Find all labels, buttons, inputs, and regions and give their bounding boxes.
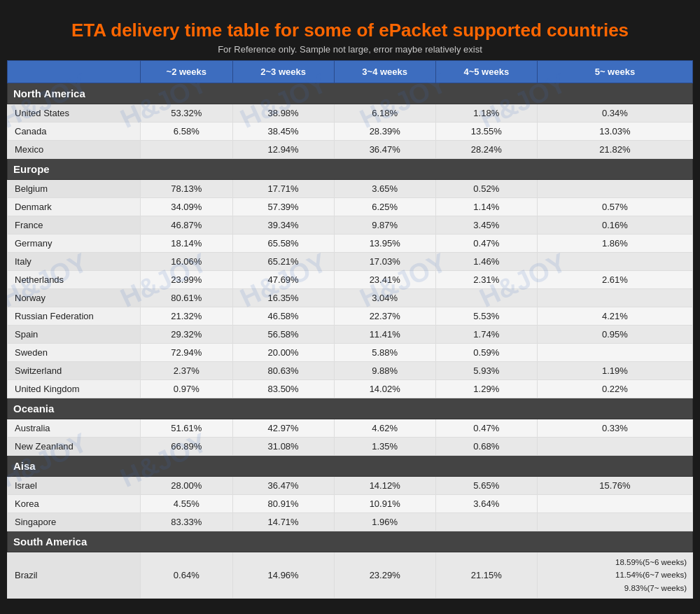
data-cell: 15.76%: [537, 477, 692, 495]
country-cell: Netherlands: [8, 271, 141, 289]
country-cell: Brazil: [8, 552, 141, 599]
data-cell: 65.58%: [232, 235, 334, 253]
table-row: Brazil0.64%14.96%23.29%21.15%18.59%(5~6 …: [8, 552, 693, 599]
data-cell: [435, 289, 537, 307]
data-cell: [141, 141, 233, 159]
data-cell: 80.61%: [141, 289, 233, 307]
data-cell: 0.64%: [141, 552, 233, 599]
data-cell: 3.45%: [435, 216, 537, 235]
country-cell: France: [8, 216, 141, 235]
data-cell: 0.68%: [435, 438, 537, 456]
data-table: ~2 weeks 2~3 weeks 3~4 weeks 4~5 weeks 5…: [7, 60, 693, 599]
data-cell: 38.98%: [232, 104, 334, 123]
data-cell: [537, 513, 692, 531]
data-cell: 31.08%: [232, 438, 334, 456]
data-cell: 21.15%: [435, 552, 537, 599]
data-cell: 6.18%: [334, 104, 435, 123]
data-cell: 46.58%: [232, 307, 334, 326]
data-cell: [537, 180, 692, 198]
subtitle: For Reference only. Sample not large, er…: [14, 44, 686, 55]
table-row: Switzerland2.37%80.63%9.88%5.93%1.19%: [8, 362, 693, 380]
data-cell: [537, 495, 692, 513]
table-row: Korea4.55%80.91%10.91%3.64%: [8, 495, 693, 513]
data-cell: 1.86%: [537, 235, 692, 253]
data-cell: 13.03%: [537, 123, 692, 141]
table-row: Sweden72.94%20.00%5.88%0.59%: [8, 344, 693, 362]
data-cell: 16.35%: [232, 289, 334, 307]
country-cell: Spain: [8, 326, 141, 344]
data-cell: [537, 438, 692, 456]
data-cell: [537, 344, 692, 362]
data-cell: 53.32%: [141, 104, 233, 123]
table-row: Belgium78.13%17.71%3.65%0.52%: [8, 180, 693, 198]
data-cell: 1.19%: [537, 362, 692, 380]
data-cell: 5.88%: [334, 344, 435, 362]
country-cell: United Kingdom: [8, 380, 141, 398]
data-cell: 23.41%: [334, 271, 435, 289]
data-cell: 36.47%: [334, 141, 435, 159]
table-row: Canada6.58%38.45%28.39%13.55%13.03%: [8, 123, 693, 141]
country-cell: Russian Federation: [8, 307, 141, 326]
table-row: Spain29.32%56.58%11.41%1.74%0.95%: [8, 326, 693, 344]
section-row: Europe: [8, 159, 693, 180]
section-row: Oceania: [8, 398, 693, 419]
header-5weeks: 5~ weeks: [537, 61, 692, 83]
data-cell: 9.88%: [334, 362, 435, 380]
data-cell: 0.47%: [435, 419, 537, 438]
data-cell: 17.03%: [334, 253, 435, 271]
title-after: supported countries: [447, 20, 629, 41]
data-cell: 83.33%: [141, 513, 233, 531]
data-cell: 12.94%: [232, 141, 334, 159]
data-cell: 13.55%: [435, 123, 537, 141]
table-row: Mexico12.94%36.47%28.24%21.82%: [8, 141, 693, 159]
data-cell: 0.47%: [435, 235, 537, 253]
data-cell: 0.59%: [435, 344, 537, 362]
section-row: South America: [8, 531, 693, 552]
data-cell: 0.33%: [537, 419, 692, 438]
data-cell: 21.82%: [537, 141, 692, 159]
data-cell: 0.22%: [537, 380, 692, 398]
data-cell: 0.57%: [537, 198, 692, 216]
country-cell: Denmark: [8, 198, 141, 216]
country-cell: Italy: [8, 253, 141, 271]
data-cell: 42.97%: [232, 419, 334, 438]
table-row: Australia51.61%42.97%4.62%0.47%0.33%: [8, 419, 693, 438]
data-cell: 72.94%: [141, 344, 233, 362]
data-cell: 80.63%: [232, 362, 334, 380]
data-cell: 57.39%: [232, 198, 334, 216]
data-cell: 65.21%: [232, 253, 334, 271]
data-cell: 51.61%: [141, 419, 233, 438]
data-cell: 11.41%: [334, 326, 435, 344]
country-cell: Norway: [8, 289, 141, 307]
data-cell: 2.31%: [435, 271, 537, 289]
data-cell: 1.35%: [334, 438, 435, 456]
header-34weeks: 3~4 weeks: [334, 61, 435, 83]
data-cell: 18.59%(5~6 weeks)11.54%(6~7 weeks)9.83%(…: [537, 552, 692, 599]
header-country: [8, 61, 141, 83]
data-cell: 36.47%: [232, 477, 334, 495]
country-cell: Korea: [8, 495, 141, 513]
country-cell: Singapore: [8, 513, 141, 531]
data-cell: 28.00%: [141, 477, 233, 495]
section-row: North America: [8, 83, 693, 104]
title-before: ETA delivery time table for some of: [71, 20, 379, 41]
data-cell: 28.39%: [334, 123, 435, 141]
data-cell: 80.91%: [232, 495, 334, 513]
data-cell: 56.58%: [232, 326, 334, 344]
data-cell: 4.55%: [141, 495, 233, 513]
country-cell: Germany: [8, 235, 141, 253]
data-cell: 3.64%: [435, 495, 537, 513]
data-cell: 0.95%: [537, 326, 692, 344]
data-cell: 16.06%: [141, 253, 233, 271]
data-cell: 4.21%: [537, 307, 692, 326]
table-row: Singapore83.33%14.71%1.96%: [8, 513, 693, 531]
data-cell: 5.65%: [435, 477, 537, 495]
country-cell: Sweden: [8, 344, 141, 362]
data-cell: 5.53%: [435, 307, 537, 326]
data-cell: 3.65%: [334, 180, 435, 198]
main-container: ETA delivery time table for some of ePac…: [7, 7, 693, 599]
data-cell: 0.34%: [537, 104, 692, 123]
data-cell: 17.71%: [232, 180, 334, 198]
country-cell: New Zeanland: [8, 438, 141, 456]
data-cell: 0.52%: [435, 180, 537, 198]
